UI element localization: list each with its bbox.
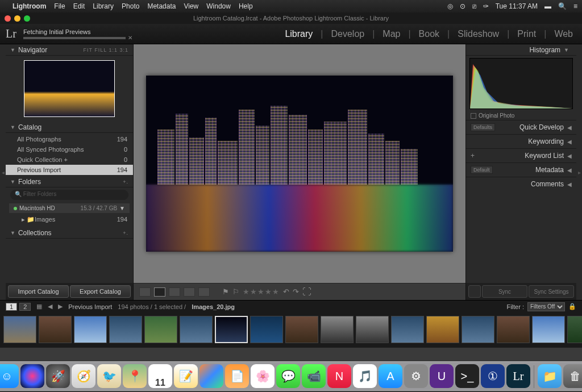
menu-edit[interactable]: Edit: [73, 2, 85, 10]
thumbnail-selected[interactable]: [215, 316, 248, 343]
dock-facetime[interactable]: 📹: [302, 364, 326, 388]
flag-pick-icon[interactable]: ⚑: [222, 287, 229, 296]
status-icon[interactable]: ⊙: [460, 2, 465, 10]
people-view-icon[interactable]: [198, 287, 210, 297]
dock-maps[interactable]: 📍: [123, 364, 147, 388]
checkbox-icon[interactable]: [471, 113, 476, 119]
dock-terminal[interactable]: >_: [455, 364, 479, 388]
module-develop[interactable]: Develop: [327, 29, 368, 39]
import-catalog-button[interactable]: Import Catalog: [8, 285, 69, 298]
thumbnail[interactable]: [356, 316, 389, 343]
cancel-progress-icon[interactable]: ✕: [128, 35, 132, 41]
module-book[interactable]: Book: [415, 29, 443, 39]
thumbnail[interactable]: [497, 316, 530, 343]
menu-file[interactable]: File: [54, 2, 65, 10]
menu-help[interactable]: Help: [239, 2, 253, 10]
display-2-button[interactable]: 2: [19, 303, 31, 311]
catalog-item-synced[interactable]: All Synced Photographs0: [6, 144, 133, 155]
dock-siri[interactable]: [20, 364, 44, 388]
thumbnail[interactable]: [180, 316, 213, 343]
histogram-header[interactable]: Histogram ▼: [466, 44, 576, 56]
module-web[interactable]: Web: [551, 29, 576, 39]
menu-window[interactable]: Window: [206, 2, 231, 10]
flag-reject-icon[interactable]: ⚐: [232, 287, 239, 296]
sync-settings-button[interactable]: Sync Settings: [529, 285, 574, 298]
menu-photo[interactable]: Photo: [122, 2, 139, 10]
thumbnail[interactable]: [567, 316, 582, 343]
navigator-header[interactable]: ▼ Navigator FIT FILL 1:1 3:1: [6, 44, 133, 56]
flag-icon[interactable]: ▬: [544, 2, 551, 10]
grid-view-icon[interactable]: [139, 287, 151, 297]
navigator-preview[interactable]: [6, 56, 133, 122]
crop-icon[interactable]: ⛶: [302, 287, 311, 297]
catalog-header[interactable]: ▼ Catalog: [6, 122, 133, 133]
comments-header[interactable]: Comments◀: [466, 177, 576, 191]
thumbnail[interactable]: [532, 316, 565, 343]
thumbnail[interactable]: [74, 316, 107, 343]
filter-dropdown[interactable]: Filters Off: [527, 302, 565, 311]
rotate-right-icon[interactable]: ↷: [293, 287, 299, 296]
histogram-display[interactable]: [469, 58, 573, 109]
menu-library[interactable]: Library: [93, 2, 114, 10]
dock-calendar[interactable]: DEC11: [148, 364, 172, 388]
survey-view-icon[interactable]: [184, 287, 195, 297]
collections-header[interactable]: ▼ Collections +.: [6, 227, 133, 239]
filmstrip-source[interactable]: Previous Import: [68, 303, 112, 310]
compare-view-icon[interactable]: [169, 287, 180, 297]
thumbnail[interactable]: [321, 316, 354, 343]
dock-app[interactable]: U: [430, 364, 454, 388]
filmstrip[interactable]: [0, 312, 582, 348]
dock-itunes[interactable]: 🎵: [353, 364, 377, 388]
clock[interactable]: Tue 11:37 AM: [496, 2, 538, 10]
dock-safari[interactable]: 🧭: [72, 364, 95, 388]
rating-stars[interactable]: ★★★★★: [243, 287, 280, 296]
status-icon[interactable]: ◎: [447, 2, 453, 10]
catalog-item-all[interactable]: All Photographs194: [6, 134, 133, 144]
export-catalog-button[interactable]: Export Catalog: [70, 285, 131, 298]
minimize-button[interactable]: [14, 15, 20, 22]
sync-button[interactable]: Sync: [482, 285, 527, 298]
nav-forward-icon[interactable]: ▶: [58, 303, 63, 310]
image-viewer[interactable]: [134, 44, 465, 283]
close-button[interactable]: [5, 15, 11, 22]
folder-filter-input[interactable]: 🔍 Filter Folders: [10, 190, 128, 200]
dock-downloads[interactable]: 📁: [538, 364, 562, 388]
module-slideshow[interactable]: Slideshow: [454, 29, 502, 39]
thumbnail[interactable]: [391, 316, 424, 343]
zoom-button[interactable]: [24, 15, 30, 22]
dock-mail[interactable]: 🐦: [97, 364, 121, 388]
add-folder-icon[interactable]: +.: [123, 179, 128, 185]
quick-develop-header[interactable]: DefaultsQuick Develop◀: [466, 120, 576, 134]
dock-appstore[interactable]: A: [379, 364, 402, 388]
keyword-list-header[interactable]: +Keyword List◀: [466, 148, 576, 162]
thumbnail[interactable]: [3, 316, 36, 343]
dock-launchpad[interactable]: 🚀: [46, 364, 70, 388]
volume-row[interactable]: Macintosh HD 15.3 / 42.7 GB ▼: [9, 203, 130, 213]
catalog-item-quick[interactable]: Quick Collection +0: [6, 155, 133, 165]
dock-sysprefs[interactable]: ⚙: [404, 364, 428, 388]
dock-news[interactable]: N: [327, 364, 351, 388]
disclosure-icon[interactable]: ▼: [119, 205, 125, 211]
dock-photos[interactable]: 🌸: [251, 364, 275, 388]
dock-pages[interactable]: 📄: [225, 364, 249, 388]
folders-header[interactable]: ▼ Folders +.: [6, 176, 133, 187]
dock-notes[interactable]: 📝: [174, 364, 198, 388]
thumbnail[interactable]: [250, 316, 283, 343]
navigator-zoom-modes[interactable]: FIT FILL 1:1 3:1: [83, 47, 128, 53]
thumbnail[interactable]: [462, 316, 494, 343]
menu-view[interactable]: View: [184, 2, 198, 10]
dock-messages[interactable]: 💬: [276, 364, 300, 388]
metadata-header[interactable]: DefaultMetadata◀: [466, 162, 576, 177]
script-icon[interactable]: ✑: [483, 2, 489, 10]
rotate-left-icon[interactable]: ↶: [283, 287, 289, 296]
filter-lock-icon[interactable]: 🔒: [568, 303, 576, 310]
notifications-icon[interactable]: ≡: [573, 2, 577, 10]
menu-metadata[interactable]: Metadata: [147, 2, 176, 10]
app-menu[interactable]: Lightroom: [13, 2, 46, 10]
dock-finder[interactable]: ☺: [0, 364, 19, 388]
dock-trash[interactable]: 🗑: [563, 364, 582, 388]
airplay-icon[interactable]: ⎚: [472, 2, 476, 10]
right-panel-handle[interactable]: ▸: [576, 44, 582, 300]
spotlight-icon[interactable]: 🔍: [558, 2, 567, 10]
left-panel-handle[interactable]: ◂: [0, 44, 6, 300]
